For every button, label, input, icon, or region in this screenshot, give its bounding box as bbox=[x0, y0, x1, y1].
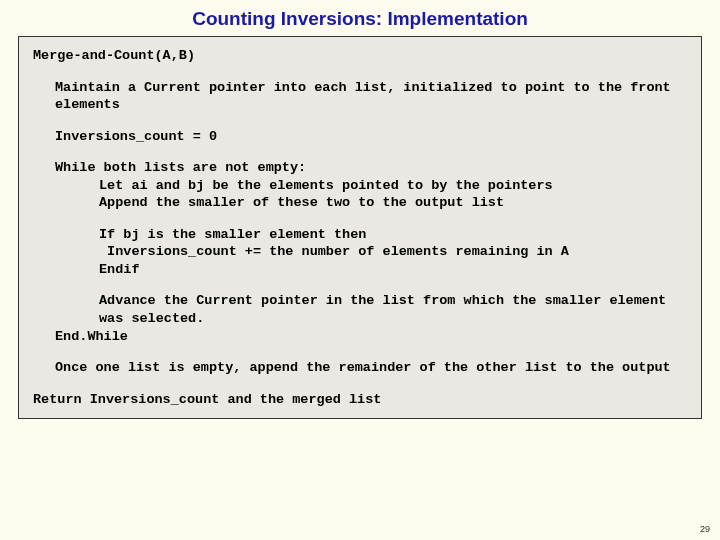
function-signature: Merge-and-Count(A,B) bbox=[33, 47, 687, 65]
let-elements-line: Let ai and bj be the elements pointed to… bbox=[33, 177, 687, 195]
algorithm-code-box: Merge-and-Count(A,B) Maintain a Current … bbox=[18, 36, 702, 419]
slide-title: Counting Inversions: Implementation bbox=[0, 0, 720, 36]
advance-pointer-line: Advance the Current pointer in the list … bbox=[33, 292, 687, 327]
append-smaller-line: Append the smaller of these two to the o… bbox=[33, 194, 687, 212]
return-line: Return Inversions_count and the merged l… bbox=[33, 391, 687, 409]
page-number: 29 bbox=[700, 524, 710, 534]
maintain-pointer-line: Maintain a Current pointer into each lis… bbox=[33, 79, 687, 114]
if-smaller-line: If bj is the smaller element then bbox=[33, 226, 687, 244]
endwhile-line: End.While bbox=[33, 328, 687, 346]
increment-count-line: Inversions_count += the number of elemen… bbox=[33, 243, 687, 261]
endif-line: Endif bbox=[33, 261, 687, 279]
while-header: While both lists are not empty: bbox=[33, 159, 687, 177]
once-empty-line: Once one list is empty, append the remai… bbox=[33, 359, 687, 377]
inversions-init-line: Inversions_count = 0 bbox=[33, 128, 687, 146]
